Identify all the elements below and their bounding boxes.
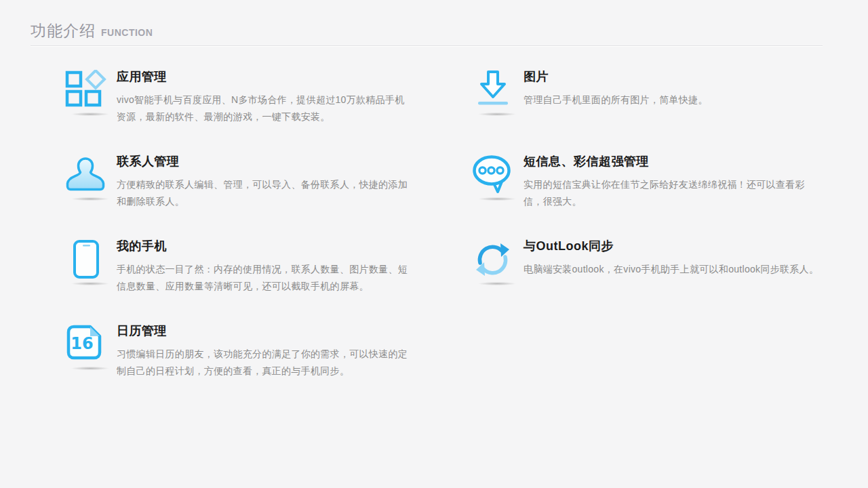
function-page: 功能介绍 FUNCTION 应用管理 vivo智能手机与百度应用、N多市场合作，… xyxy=(0,0,868,488)
feature-title: 我的手机 xyxy=(117,238,414,254)
feature-text: 日历管理 习惯编辑日历的朋友，该功能充分的满足了你的需求，可以快速的定制自己的日… xyxy=(117,322,414,407)
feature-icon-box xyxy=(64,68,117,152)
icon-shadow xyxy=(64,112,116,117)
feature-item: 应用管理 vivo智能手机与百度应用、N多市场合作，提供超过10万款精品手机资源… xyxy=(64,68,414,152)
icon-shadow xyxy=(471,112,523,117)
feature-grid: 应用管理 vivo智能手机与百度应用、N多市场合作，提供超过10万款精品手机资源… xyxy=(64,68,821,407)
feature-text: 短信息、彩信超强管理 实用的短信宝典让你在佳节之际给好友送绵绵祝福！还可以查看彩… xyxy=(524,152,821,237)
page-subtitle: FUNCTION xyxy=(101,27,153,38)
feature-description: 习惯编辑日历的朋友，该功能充分的满足了你的需求，可以快速的定制自己的日程计划，方… xyxy=(117,346,414,380)
apps-icon xyxy=(64,70,108,110)
feature-column-right: 图片 管理自己手机里面的所有图片，简单快捷。 短信息、彩信超强管理 实用的短信宝… xyxy=(471,68,821,407)
header-divider xyxy=(31,45,823,47)
feature-icon-box xyxy=(64,237,117,322)
icon-shadow xyxy=(64,366,116,371)
feature-title: 联系人管理 xyxy=(117,153,414,169)
feature-text: 应用管理 vivo智能手机与百度应用、N多市场合作，提供超过10万款精品手机资源… xyxy=(117,68,414,152)
feature-description: 实用的短信宝典让你在佳节之际给好友送绵绵祝福！还可以查看彩信，很强大。 xyxy=(524,176,821,210)
feature-icon-box xyxy=(471,68,524,152)
feature-item: 短信息、彩信超强管理 实用的短信宝典让你在佳节之际给好友送绵绵祝福！还可以查看彩… xyxy=(471,152,821,237)
feature-description: vivo智能手机与百度应用、N多市场合作，提供超过10万款精品手机资源，最新的软… xyxy=(117,92,414,125)
download-icon xyxy=(471,70,515,110)
feature-description: 方便精致的联系人编辑、管理，可以导入、备份联系人，快捷的添加和删除联系人。 xyxy=(117,176,414,210)
icon-shadow xyxy=(64,281,116,286)
feature-item: 我的手机 手机的状态一目了然：内存的使用情况，联系人数量、图片数量、短信息数量、… xyxy=(64,237,414,322)
feature-icon-box xyxy=(471,152,524,237)
icon-shadow xyxy=(471,281,523,286)
phone-icon xyxy=(64,239,108,280)
icon-shadow xyxy=(471,197,523,201)
calendar-icon: 16 xyxy=(64,324,108,365)
page-header: 功能介绍 FUNCTION xyxy=(31,20,153,41)
feature-title: 图片 xyxy=(524,68,821,85)
feature-title: 日历管理 xyxy=(117,323,414,339)
page-title: 功能介绍 xyxy=(31,20,96,41)
feature-text: 与OutLook同步 电脑端安装outlook，在vivo手机助手上就可以和ou… xyxy=(524,237,821,322)
sync-icon xyxy=(471,239,515,280)
feature-icon-box xyxy=(471,237,524,322)
feature-description: 手机的状态一目了然：内存的使用情况，联系人数量、图片数量、短信息数量、应用数量等… xyxy=(117,261,414,295)
feature-text: 联系人管理 方便精致的联系人编辑、管理，可以导入、备份联系人，快捷的添加和删除联… xyxy=(117,152,414,237)
feature-item: 图片 管理自己手机里面的所有图片，简单快捷。 xyxy=(471,68,821,152)
feature-item: 联系人管理 方便精致的联系人编辑、管理，可以导入、备份联系人，快捷的添加和删除联… xyxy=(64,152,414,237)
feature-item: 与OutLook同步 电脑端安装outlook，在vivo手机助手上就可以和ou… xyxy=(471,237,821,322)
feature-title: 应用管理 xyxy=(117,68,414,85)
feature-item: 16 日历管理 习惯编辑日历的朋友，该功能充分的满足了你的需求，可以快速的定制自… xyxy=(64,322,414,407)
feature-icon-box: 16 xyxy=(64,322,117,407)
svg-text:16: 16 xyxy=(71,334,93,353)
feature-title: 与OutLook同步 xyxy=(524,238,821,254)
feature-title: 短信息、彩信超强管理 xyxy=(524,153,821,169)
feature-description: 电脑端安装outlook，在vivo手机助手上就可以和outlook同步联系人。 xyxy=(524,261,821,278)
contact-icon xyxy=(64,155,108,195)
feature-icon-box xyxy=(64,152,117,237)
message-icon xyxy=(471,155,515,195)
feature-text: 我的手机 手机的状态一目了然：内存的使用情况，联系人数量、图片数量、短信息数量、… xyxy=(117,237,414,322)
feature-column-left: 应用管理 vivo智能手机与百度应用、N多市场合作，提供超过10万款精品手机资源… xyxy=(64,68,414,407)
feature-text: 图片 管理自己手机里面的所有图片，简单快捷。 xyxy=(524,68,821,152)
feature-description: 管理自己手机里面的所有图片，简单快捷。 xyxy=(524,92,821,108)
icon-shadow xyxy=(64,197,116,201)
